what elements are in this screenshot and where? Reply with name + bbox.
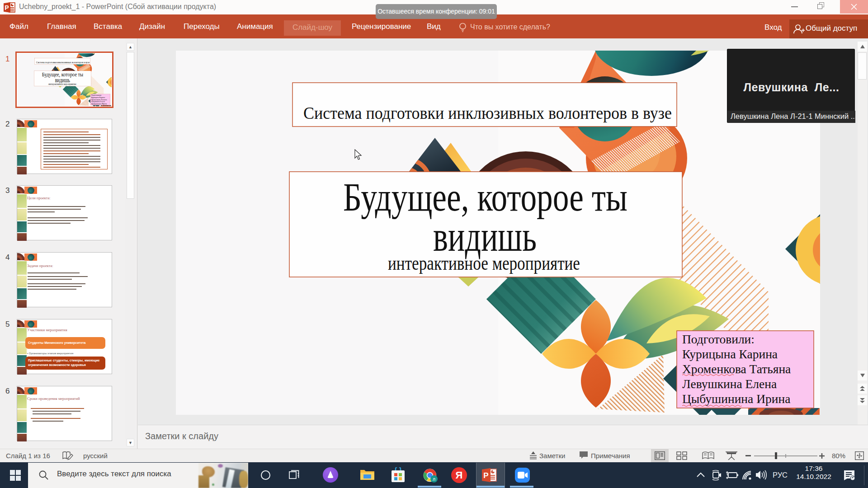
svg-text:P: P [5,4,9,11]
svg-text:P: P [483,471,488,480]
svg-text:л: л [433,477,435,482]
